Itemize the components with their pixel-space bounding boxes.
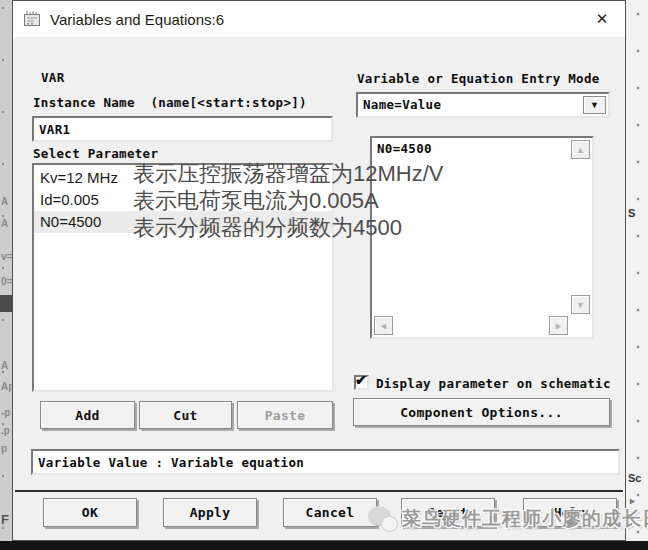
- select-parameter-label: Select Parameter: [33, 146, 158, 161]
- apply-button[interactable]: Apply: [163, 498, 257, 527]
- watermark-text: 菜鸟硬件工程师小廖的成长日记: [402, 506, 648, 532]
- scroll-down-button[interactable]: ▼: [571, 295, 590, 314]
- dropdown-button[interactable]: ▼: [583, 96, 606, 114]
- background-text-fragment: .p: [1, 425, 10, 436]
- background-text-fragment: 0=: [1, 276, 12, 287]
- background-text-fragment: A: [1, 218, 8, 229]
- screenshot-stage: A A v= 0= A Ap -p .p p F S Sc ►: [0, 0, 648, 550]
- background-text-fragment: S: [628, 207, 635, 219]
- instance-name-label: Instance Name (name[<start:stop>]): [33, 95, 307, 110]
- cancel-button[interactable]: Cancel: [283, 498, 377, 527]
- bottom-dark-bar: [0, 541, 648, 550]
- entry-mode-dropdown[interactable]: Name=Value ▼: [356, 92, 610, 118]
- left-background-strip: A A v= 0= A Ap -p .p p F: [0, 0, 12, 550]
- background-text-fragment: Sc: [628, 472, 641, 484]
- close-icon: ✕: [596, 10, 609, 28]
- instance-name-input[interactable]: [32, 116, 333, 142]
- background-text-fragment: v=: [1, 251, 12, 262]
- scroll-left-icon: ◄: [379, 321, 388, 331]
- watermark-logo: [368, 504, 398, 534]
- close-button[interactable]: ✕: [579, 1, 625, 37]
- checkmark-icon: ✔: [355, 372, 367, 388]
- paste-button[interactable]: Paste: [237, 401, 333, 429]
- add-button[interactable]: Add: [40, 401, 135, 429]
- entry-mode-value: Name=Value: [363, 97, 441, 112]
- scroll-right-icon: ►: [554, 321, 563, 331]
- var-component-window-icon: [22, 9, 42, 29]
- annotation-n0: 表示分频器的分频数为4500: [133, 214, 402, 241]
- footer-separator: [15, 490, 623, 492]
- title-bar: Variables and Equations:6 ✕: [13, 1, 625, 37]
- watermark: 菜鸟硬件工程师小廖的成长日记: [368, 504, 648, 534]
- background-text-fragment: F: [1, 512, 9, 527]
- window-title: Variables and Equations:6: [50, 11, 224, 28]
- background-text-fragment: -p: [1, 407, 10, 418]
- background-text-fragment: A: [1, 360, 8, 371]
- variable-value-field[interactable]: [31, 449, 620, 475]
- variables-and-equations-dialog: Variables and Equations:6 ✕ VAR Instance…: [12, 0, 626, 541]
- var-label: VAR: [41, 70, 64, 85]
- scroll-left-button[interactable]: ◄: [374, 316, 393, 335]
- background-text-fragment: A: [1, 196, 8, 207]
- scroll-right-button[interactable]: ►: [549, 316, 568, 335]
- chevron-down-icon: ▼: [590, 100, 599, 110]
- background-text-fragment: p: [1, 443, 7, 454]
- entry-mode-label: Variable or Equation Entry Mode: [357, 71, 600, 86]
- scroll-up-button[interactable]: ▲: [571, 140, 590, 159]
- component-options-button[interactable]: Component Options...: [353, 398, 610, 426]
- background-dark-band: [0, 295, 12, 312]
- scroll-up-icon: ▲: [576, 145, 585, 155]
- scroll-down-icon: ▼: [576, 300, 585, 310]
- display-parameter-checkbox[interactable]: ✔: [354, 375, 369, 390]
- annotation-kv: 表示压控振荡器增益为12MHz/V: [133, 160, 443, 187]
- display-parameter-label: Display parameter on schematic: [376, 376, 611, 391]
- ok-button[interactable]: OK: [43, 498, 137, 527]
- right-background-strip: S Sc ►: [626, 0, 648, 550]
- annotation-id: 表示电荷泵电流为0.005A: [133, 187, 379, 214]
- equation-editor-text: N0=4500: [377, 141, 432, 156]
- cut-button[interactable]: Cut: [139, 401, 232, 429]
